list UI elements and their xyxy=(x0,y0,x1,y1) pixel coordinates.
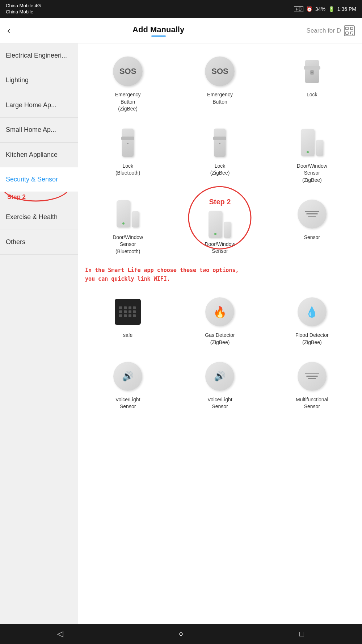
door-sensor-zigbee-icon xyxy=(296,126,328,159)
content-area: SOS EmergencyButton(ZigBee) SOS Emergenc… xyxy=(78,43,362,624)
bottom-nav: ◁ ○ □ xyxy=(0,624,362,644)
device-door-window-zigbee[interactable]: Door/WindowSensor(ZigBee) xyxy=(268,121,356,188)
nav-title-wrap: Add Manually xyxy=(132,25,184,37)
device-door-window-step2[interactable]: Step 2 Door/WindowSensor xyxy=(176,192,264,260)
device-gas-detector[interactable]: 🔥 Gas Detector(ZigBee) xyxy=(176,290,264,350)
safe-icon xyxy=(111,296,144,328)
device-door-window-zigbee-label: Door/WindowSensor(ZigBee) xyxy=(297,163,327,184)
alarm-icon: ⏰ xyxy=(306,6,312,12)
top-nav: ‹ Add Manually Search for D xyxy=(0,18,362,43)
sensor-icon xyxy=(296,198,328,230)
device-flood-detector-label: Flood Detector(ZigBee) xyxy=(295,332,329,346)
search-area[interactable]: Search for D xyxy=(307,25,355,36)
sidebar-security-section: Security & Sensor Step 2 xyxy=(0,167,78,205)
sidebar-item-large-home[interactable]: Large Home Ap... xyxy=(0,93,78,118)
device-voice-light-1-label: Voice/LightSensor xyxy=(115,396,140,410)
svg-rect-0 xyxy=(346,27,348,30)
gas-detector-icon: 🔥 xyxy=(203,296,236,328)
step1-label: Step 2 xyxy=(0,192,78,205)
voice-light-2-icon: 🔊 xyxy=(203,360,236,393)
multifunctional-icon xyxy=(296,360,328,393)
sidebar-item-security[interactable]: Security & Sensor xyxy=(0,167,78,192)
sidebar-item-lighting[interactable]: Lighting xyxy=(0,68,78,93)
device-multifunctional-label: MultifunctionalSensor xyxy=(296,396,328,410)
device-lock[interactable]: Lock xyxy=(268,49,356,117)
status-icons: HD ⏰ 34% 🔋 1:36 PM xyxy=(294,6,356,12)
device-flood-detector[interactable]: 💧 Flood Detector(ZigBee) xyxy=(268,290,356,350)
back-nav-button[interactable]: ◁ xyxy=(50,627,71,641)
sidebar: Electrical Engineeri... Lighting Large H… xyxy=(0,43,78,624)
svg-point-9 xyxy=(127,143,129,144)
device-lock-label: Lock xyxy=(307,91,317,99)
lock-icon xyxy=(305,60,319,83)
device-gas-detector-label: Gas Detector(ZigBee) xyxy=(205,332,235,346)
hd-badge: HD xyxy=(294,6,303,12)
device-sos-label: EmergencyButton xyxy=(207,91,233,105)
door-sensor-icon xyxy=(203,205,236,237)
title-underline xyxy=(151,35,166,37)
device-multifunctional[interactable]: MultifunctionalSensor xyxy=(268,354,356,415)
device-voice-light-1[interactable]: 🔊 Voice/LightSensor xyxy=(84,354,172,415)
device-lock-zigbee[interactable]: Lock(ZigBee) xyxy=(176,121,264,188)
svg-rect-1 xyxy=(350,27,353,30)
sos-icon: SOS xyxy=(205,57,235,86)
sidebar-item-kitchen[interactable]: Kitchen Appliance xyxy=(0,143,78,167)
device-door-window-bluetooth-label: Door/WindowSensor(Bluetooth) xyxy=(113,234,143,255)
svg-rect-2 xyxy=(346,32,348,34)
door-sensor-bluetooth-icon xyxy=(111,198,144,230)
device-lock-bluetooth[interactable]: Lock(Bluetooth) xyxy=(84,121,172,188)
device-sos[interactable]: SOS EmergencyButton xyxy=(176,49,264,117)
voice-light-1-icon: 🔊 xyxy=(111,360,144,393)
device-lock-bluetooth-label: Lock(Bluetooth) xyxy=(115,163,140,177)
page-title: Add Manually xyxy=(132,25,184,34)
back-button[interactable]: ‹ xyxy=(7,25,10,36)
carrier-info: China Mobile 4G China Mobile xyxy=(6,3,41,15)
svg-point-8 xyxy=(311,72,313,73)
recent-nav-button[interactable]: □ xyxy=(291,627,312,641)
device-lock-zigbee-label: Lock(ZigBee) xyxy=(210,163,230,177)
device-voice-light-2-label: Voice/LightSensor xyxy=(207,396,232,410)
svg-point-10 xyxy=(219,143,220,144)
flood-detector-icon: 💧 xyxy=(296,296,328,328)
sos-zigbee-icon: SOS xyxy=(113,57,143,86)
device-sos-zigbee[interactable]: SOS EmergencyButton(ZigBee) xyxy=(84,49,172,117)
device-sensor-label: Sensor xyxy=(304,234,320,241)
device-door-window-bluetooth[interactable]: Door/WindowSensor(Bluetooth) xyxy=(84,192,172,260)
device-safe[interactable]: safe xyxy=(84,290,172,350)
scan-button[interactable] xyxy=(344,25,355,36)
lock-icon-wrap xyxy=(296,55,328,88)
main-layout: Electrical Engineeri... Lighting Large H… xyxy=(0,43,362,624)
battery-icon: 🔋 xyxy=(328,6,334,12)
status-bar: China Mobile 4G China Mobile HD ⏰ 34% 🔋 … xyxy=(0,0,362,18)
sidebar-item-small-home[interactable]: Small Home Ap... xyxy=(0,118,78,142)
device-safe-label: safe xyxy=(123,332,132,339)
device-grid: SOS EmergencyButton(ZigBee) SOS Emergenc… xyxy=(84,49,356,415)
instruction-text: In the Smart Life app choose these two o… xyxy=(84,263,356,286)
device-sensor[interactable]: Sensor xyxy=(268,192,356,260)
lock-zigbee-icon xyxy=(203,126,236,159)
lock-bluetooth-icon xyxy=(111,126,144,159)
time-display: 1:36 PM xyxy=(337,6,356,12)
device-voice-light-2[interactable]: 🔊 Voice/LightSensor xyxy=(176,354,264,415)
battery-text: 34% xyxy=(315,6,325,12)
device-door-window-label: Door/WindowSensor xyxy=(205,241,235,255)
sidebar-item-electrical[interactable]: Electrical Engineeri... xyxy=(0,43,78,68)
search-text: Search for D xyxy=(307,27,341,34)
sidebar-item-others[interactable]: Others xyxy=(0,230,78,255)
home-nav-button[interactable]: ○ xyxy=(170,627,192,641)
sidebar-item-exercise[interactable]: Exercise & Health xyxy=(0,205,78,230)
device-sos-zigbee-label: EmergencyButton(ZigBee) xyxy=(115,91,141,113)
